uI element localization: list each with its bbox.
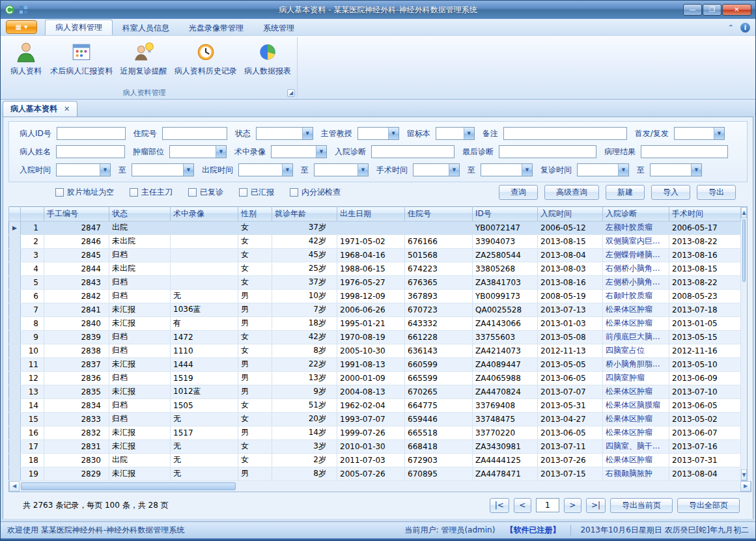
grid-cell[interactable]: 670723 (405, 303, 473, 316)
admit-time-from-combo[interactable]: ▼ (56, 163, 111, 176)
close-button[interactable]: ✕ (722, 4, 751, 16)
grid-cell[interactable]: 女 (238, 275, 272, 289)
grid-cell[interactable]: 未汇报 (109, 316, 171, 330)
grid-cell[interactable]: 2013-05-02 (669, 412, 741, 426)
grid-cell[interactable]: 2844 (44, 262, 109, 275)
grid-cell[interactable]: 7岁 (272, 303, 337, 316)
surgery-time-from-combo[interactable]: ▼ (413, 163, 460, 176)
grid-cell[interactable] (171, 234, 238, 248)
grid-cell[interactable]: 670265 (405, 385, 473, 398)
remark-input[interactable] (503, 127, 627, 140)
grid-cell[interactable]: 2013-08-03 (538, 262, 603, 275)
grid-cell[interactable]: 1976-05-27 (337, 275, 405, 289)
chevron-down-icon[interactable]: ▼ (691, 164, 701, 176)
grid-cell[interactable]: ZA4089447 (473, 357, 538, 371)
grid-cell[interactable]: 女 (238, 330, 272, 344)
grid-cell[interactable]: 2岁 (272, 453, 337, 467)
export-button[interactable]: 导出 (697, 185, 736, 200)
grid-cell[interactable]: 3岁 (272, 439, 337, 453)
grid-cell[interactable]: 2834 (44, 398, 109, 412)
grid-cell[interactable]: 女 (238, 234, 272, 248)
grid-cell[interactable]: 松果体区肿瘤 (603, 303, 669, 316)
grid-cell[interactable]: 1988-06-15 (337, 262, 405, 275)
grid-cell[interactable]: 男 (238, 467, 272, 480)
grid-cell[interactable]: 2841 (44, 303, 109, 316)
grid-cell[interactable]: 1991-08-13 (337, 357, 405, 371)
grid-cell[interactable] (171, 221, 238, 234)
grid-cell[interactable]: 左侧蝶骨嵴脑... (603, 248, 669, 262)
table-row[interactable]: 172831未汇报无女3岁2010-01-30668418ZA343098120… (9, 439, 741, 453)
grid-cell[interactable]: 1444 (171, 357, 238, 371)
grid-cell[interactable]: 8岁 (272, 344, 337, 357)
grid-cell[interactable]: 2013-05-15 (669, 330, 741, 344)
grid-cell[interactable]: 归档 (109, 275, 171, 289)
grid-cell[interactable]: 无 (171, 412, 238, 426)
grid-cell[interactable]: 男 (238, 289, 272, 303)
grid-cell[interactable]: 1995-01-21 (337, 316, 405, 330)
grid-cell[interactable]: QA0025528 (473, 303, 538, 316)
table-row[interactable]: 142834归档1505女51岁1962-02-0466477533769408… (9, 398, 741, 412)
grid-cell[interactable]: 无 (171, 467, 238, 480)
grid-cell[interactable]: 归档 (109, 398, 171, 412)
grid-cell[interactable]: 2013-08-16 (669, 248, 741, 262)
grid-cell[interactable]: 2835 (44, 385, 109, 398)
grid-cell[interactable]: 2013-06-07 (669, 426, 741, 439)
grid-cell[interactable]: 664775 (405, 398, 473, 412)
checkbox-chief-surgeon[interactable]: 主任主刀 (130, 187, 173, 198)
grid-cell[interactable]: 松果体区肿瘤 (603, 316, 669, 330)
grid-cell[interactable]: 松果体区肿瘤 (603, 412, 669, 426)
grid-cell[interactable]: 2847 (44, 221, 109, 234)
grid-cell[interactable]: 2013-06-05 (669, 398, 741, 412)
grid-cell[interactable]: 8岁 (272, 467, 337, 480)
grid-cell[interactable]: 2013-08-04 (538, 248, 603, 262)
grid-column-header[interactable]: ID号 (473, 206, 538, 221)
grid-cell[interactable]: 643332 (405, 316, 473, 330)
chevron-down-icon[interactable]: ▼ (183, 164, 193, 176)
grid-cell[interactable]: 1517 (171, 426, 238, 439)
grid-cell[interactable]: 10岁 (272, 289, 337, 303)
grid-column-header[interactable]: 术中录像 (171, 206, 238, 221)
scroll-track[interactable] (237, 481, 740, 492)
grid-cell[interactable]: 676166 (405, 234, 473, 248)
grid-cell[interactable]: 33755603 (473, 330, 538, 344)
grid-cell[interactable] (171, 275, 238, 289)
grid-cell[interactable]: 1971-05-02 (337, 234, 405, 248)
grid-cell[interactable]: 668418 (405, 439, 473, 453)
grid-cell[interactable]: 未汇报 (109, 467, 171, 480)
grid-cell[interactable]: 未出院 (109, 234, 171, 248)
grid-column-header[interactable]: 出生日期 (337, 206, 405, 221)
grid-cell[interactable]: 33748475 (473, 412, 538, 426)
grid-cell[interactable]: 女 (238, 439, 272, 453)
grid-cell[interactable]: 右额颞脑脓肿 (603, 467, 669, 480)
grid-cell[interactable]: 2013-08-04 (669, 467, 741, 480)
grid-cell[interactable]: 2843 (44, 275, 109, 289)
vertical-scroll-thumb[interactable] (742, 219, 746, 282)
grid-cell[interactable]: 2013-07-10 (669, 385, 741, 398)
grid-cell[interactable]: 松果体区肿瘤 (603, 453, 669, 467)
grid-cell[interactable]: 男 (238, 385, 272, 398)
query-button[interactable]: 查询 (499, 185, 538, 200)
table-row[interactable]: 72841未汇报1036蓝男7岁2006-06-26670723QA002552… (9, 303, 741, 316)
export-all-pages-button[interactable]: 导出全部页 (677, 498, 740, 513)
grid-cell[interactable]: 2013-01-03 (538, 316, 603, 330)
grid-cell[interactable]: 2840 (44, 316, 109, 330)
new-button[interactable]: 新建 (606, 185, 645, 200)
patient-info-button[interactable]: 病人资料 (6, 39, 46, 79)
grid-cell[interactable]: 松果体区脑膜瘤 (603, 398, 669, 412)
quick-access-icon[interactable] (19, 5, 28, 14)
grid-cell[interactable]: 2013-07-07 (538, 385, 603, 398)
data-report-button[interactable]: 病人数据报表 (241, 39, 294, 79)
grid-cell[interactable]: 男 (238, 303, 272, 316)
grid-cell[interactable]: 13岁 (272, 371, 337, 385)
chevron-down-icon[interactable]: ▼ (357, 164, 368, 176)
grid-cell[interactable]: 2013-07-31 (669, 453, 741, 467)
table-row[interactable]: 152833归档无女20岁1993-07-0765944633748475201… (9, 412, 741, 426)
grid-cell[interactable]: 右侧桥小脑角... (603, 262, 669, 275)
checkbox-icon[interactable] (130, 188, 138, 197)
grid-cell[interactable]: 14岁 (272, 426, 337, 439)
grid-cell[interactable]: ZA4143066 (473, 316, 538, 330)
table-row[interactable]: 132835未汇报1012蓝男9岁2004-08-13670265ZA44708… (9, 385, 741, 398)
grid-cell[interactable]: 2011-07-03 (337, 453, 405, 467)
chevron-down-icon[interactable]: ▼ (714, 128, 724, 139)
grid-cell[interactable]: 女 (238, 262, 272, 275)
